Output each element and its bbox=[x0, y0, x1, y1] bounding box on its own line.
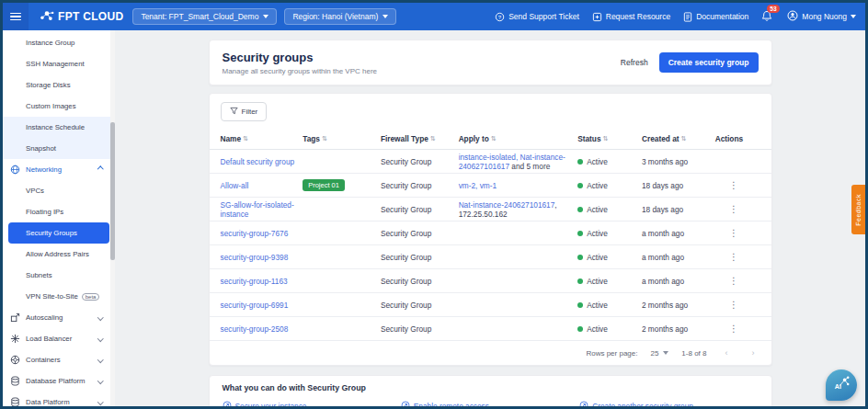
sidebar-item-label: Snapshot bbox=[26, 144, 56, 153]
kebab-menu-icon[interactable]: ⋮ bbox=[729, 180, 738, 190]
documentation-link[interactable]: Documentation bbox=[683, 12, 748, 22]
firewall-type-cell: Security Group bbox=[381, 205, 459, 214]
sg-name-link[interactable]: Default security group bbox=[221, 157, 295, 166]
quick-link-create-another-security-group[interactable]: Create another security group bbox=[579, 401, 758, 409]
table-row: security-group-9398Security GroupActivea… bbox=[210, 245, 771, 269]
sidebar-item-instance-group[interactable]: Instance Group bbox=[3, 32, 115, 53]
created-at-cell: a month ago bbox=[642, 229, 715, 238]
column-header-apply-to[interactable]: Apply to⇅ bbox=[459, 134, 578, 143]
sidebar-item-label: Custom Images bbox=[26, 102, 76, 110]
sidebar-item-label: Subnets bbox=[26, 271, 52, 279]
sidebar-item-security-groups[interactable]: Security Groups bbox=[8, 222, 109, 244]
column-header-created-at[interactable]: Created at⇅ bbox=[642, 134, 715, 143]
create-security-group-button[interactable]: Create security group bbox=[659, 52, 759, 73]
ai-molecule-icon: AI bbox=[832, 375, 851, 395]
sg-name-link[interactable]: Allow-all bbox=[221, 181, 249, 190]
chevron-down-icon bbox=[97, 335, 103, 341]
sg-name-link[interactable]: security-group-1163 bbox=[221, 277, 288, 286]
user-menu[interactable]: Mong Nuong bbox=[787, 10, 856, 23]
sg-name-link[interactable]: SG-allow-for-isolated-instance bbox=[221, 200, 294, 219]
sg-name-link[interactable]: security-group-2508 bbox=[221, 324, 289, 334]
firewall-type-cell: Security Group bbox=[381, 277, 459, 286]
status-badge: Active bbox=[577, 301, 634, 310]
sidebar-section-data-platform[interactable]: Data Platform bbox=[3, 392, 115, 406]
quick-link-secure-your-instance[interactable]: Secure your instance bbox=[223, 401, 401, 409]
sidebar-item-subnets[interactable]: Subnets bbox=[3, 265, 115, 286]
region-selector[interactable]: Region: Hanoi (Vietnam) bbox=[284, 8, 396, 25]
actions-cell: ⋮ bbox=[715, 205, 760, 214]
filter-button[interactable]: Filter bbox=[221, 102, 268, 121]
sidebar-toggle-button[interactable] bbox=[3, 3, 29, 30]
refresh-button[interactable]: Refresh bbox=[621, 58, 648, 67]
status-cell: Active bbox=[577, 253, 642, 262]
tenant-selector[interactable]: Tenant: FPT_Smart_Cloud_Demo bbox=[132, 8, 277, 25]
kebab-menu-icon[interactable]: ⋮ bbox=[729, 276, 738, 286]
status-badge: Active bbox=[577, 157, 634, 166]
sidebar-item-custom-images[interactable]: Custom Images bbox=[3, 96, 115, 117]
sidebar-item-vpcs[interactable]: VPCs bbox=[3, 180, 115, 201]
sidebar-section-containers[interactable]: Containers bbox=[3, 349, 115, 370]
column-header-status[interactable]: Status⇅ bbox=[577, 134, 642, 143]
table-pagination: Rows per page: 25 1-8 of 8 ‹ › bbox=[210, 341, 771, 365]
ai-assistant-button[interactable]: AI bbox=[826, 369, 857, 401]
kebab-menu-icon[interactable]: ⋮ bbox=[729, 252, 738, 262]
apply-to-link[interactable]: instance-isolated, bbox=[459, 153, 520, 162]
table-row: security-group-1163Security GroupActivea… bbox=[210, 269, 771, 293]
column-header-firewall-type[interactable]: Firewall Type⇅ bbox=[381, 134, 459, 143]
tags-cell: Project 01 bbox=[303, 179, 381, 191]
brand-logo: FPT CLOUD bbox=[40, 9, 123, 25]
quick-link-enable-remote-access[interactable]: Enable remote access bbox=[401, 401, 579, 409]
prev-page-button[interactable]: ‹ bbox=[720, 348, 734, 358]
sidebar-item-storage-disks[interactable]: Storage Disks bbox=[3, 74, 115, 96]
circular-arrow-icon bbox=[223, 401, 232, 409]
request-resource-link[interactable]: Request Resource bbox=[592, 12, 670, 22]
send-support-ticket-link[interactable]: ? Send Support Ticket bbox=[495, 12, 579, 22]
table-row: security-group-6991Security GroupActive2… bbox=[210, 293, 771, 317]
status-badge: Active bbox=[577, 253, 634, 262]
svg-text:?: ? bbox=[498, 14, 502, 19]
kebab-menu-icon[interactable]: ⋮ bbox=[729, 324, 738, 334]
chevron-down-icon bbox=[851, 15, 856, 18]
rows-per-page-select[interactable]: 25 bbox=[650, 349, 668, 358]
sidebar-section-networking[interactable]: Networking bbox=[3, 159, 115, 180]
table-row: Allow-allProject 01Security Groupvm-2, v… bbox=[210, 174, 771, 198]
column-header-label: Actions bbox=[715, 134, 743, 143]
page-title: Security groups bbox=[223, 51, 621, 64]
sg-name-link[interactable]: security-group-6991 bbox=[221, 301, 289, 310]
chevron-down-icon bbox=[97, 314, 103, 320]
hamburger-icon bbox=[10, 11, 21, 23]
apply-to-cell: vm-2, vm-1 bbox=[459, 181, 578, 190]
sidebar-item-ssh-management[interactable]: SSH Management bbox=[3, 53, 115, 74]
kebab-menu-icon[interactable]: ⋮ bbox=[729, 204, 738, 214]
sidebar-item-floating-ips[interactable]: Floating IPs bbox=[3, 201, 115, 222]
actions-cell: ⋮ bbox=[715, 229, 760, 238]
bell-icon bbox=[761, 15, 772, 24]
pagination-range: 1-8 of 8 bbox=[681, 349, 706, 358]
next-page-button[interactable]: › bbox=[747, 348, 760, 358]
notifications-button[interactable]: 53 bbox=[761, 10, 772, 24]
security-groups-table-card: Filter Name⇅Tags⇅Firewall Type⇅Apply to⇅… bbox=[209, 93, 772, 366]
sidebar-item-snapshot[interactable]: Snapshot bbox=[3, 138, 115, 159]
created-at-cell: 3 months ago bbox=[642, 157, 715, 166]
feedback-tab[interactable]: Feedback bbox=[851, 185, 865, 234]
kebab-menu-icon[interactable]: ⋮ bbox=[729, 300, 738, 310]
apply-to-link[interactable]: Nat-instance-240627101617 bbox=[459, 200, 555, 210]
column-header-label: Firewall Type bbox=[381, 134, 428, 143]
sidebar-section-load-balancer[interactable]: Load Balancer bbox=[3, 328, 115, 349]
sidebar-item-vpn-site-to-site[interactable]: VPN Site-to-Sitebeta bbox=[3, 286, 115, 307]
sidebar-item-allow-address-pairs[interactable]: Allow Address Pairs bbox=[3, 244, 115, 265]
column-header-tags[interactable]: Tags⇅ bbox=[303, 134, 381, 143]
apply-to-link[interactable]: vm-2, vm-1 bbox=[459, 181, 497, 190]
sg-name-link[interactable]: security-group-7676 bbox=[221, 229, 289, 238]
quick-link-label: Create another security group bbox=[592, 402, 693, 409]
database-platform-icon bbox=[10, 376, 20, 386]
sidebar-section-autoscaling[interactable]: Autoscaling bbox=[3, 307, 115, 328]
tag-badge: Project 01 bbox=[303, 179, 345, 191]
sidebar-item-instance-schedule[interactable]: Instance Schedule bbox=[3, 117, 115, 138]
sidebar-scrollbar-thumb[interactable] bbox=[110, 122, 115, 260]
kebab-menu-icon[interactable]: ⋮ bbox=[729, 228, 738, 238]
sg-name-link[interactable]: security-group-9398 bbox=[221, 253, 289, 262]
sidebar-scrollbar[interactable] bbox=[110, 30, 115, 406]
column-header-name[interactable]: Name⇅ bbox=[221, 134, 303, 143]
sidebar-section-database-platform[interactable]: Database Platform bbox=[3, 370, 115, 392]
